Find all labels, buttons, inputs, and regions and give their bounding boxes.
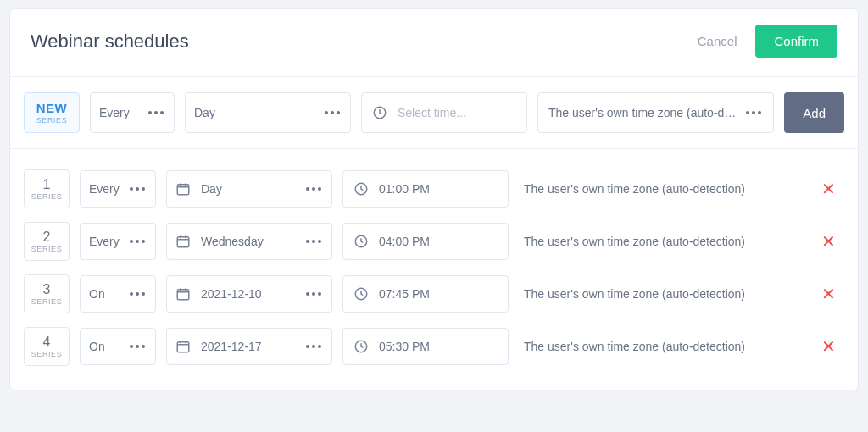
day-value: Day	[201, 182, 222, 196]
webinar-schedules-panel: Webinar schedules Cancel Confirm NEW SER…	[9, 8, 859, 390]
new-series-badge-top: NEW	[36, 101, 68, 115]
svg-rect-5	[177, 290, 189, 300]
timezone-value: The user's own time zone (auto-d…	[548, 106, 736, 119]
confirm-button[interactable]: Confirm	[755, 25, 837, 58]
series-index: 3	[43, 282, 51, 297]
series-list: 1 SERIES Every Day	[10, 149, 858, 390]
time-input[interactable]: Select time...	[361, 92, 527, 133]
svg-rect-1	[177, 185, 189, 195]
frequency-select[interactable]: Every	[90, 92, 175, 133]
frequency-value: Every	[89, 235, 120, 248]
new-series-builder: NEW SERIES Every Day Select time...	[10, 77, 858, 149]
series-index: 1	[43, 177, 51, 192]
more-icon	[304, 184, 323, 194]
panel-header: Webinar schedules Cancel Confirm	[10, 9, 858, 77]
more-icon	[304, 289, 323, 299]
new-series-badge-bottom: SERIES	[36, 116, 68, 125]
timezone-select[interactable]: The user's own time zone (auto-d…	[537, 92, 774, 133]
time-value: 05:30 PM	[379, 340, 430, 353]
more-icon	[128, 289, 147, 299]
clock-icon	[372, 105, 387, 120]
day-value: 2021-12-17	[201, 340, 262, 353]
clock-icon	[353, 234, 369, 249]
clock-icon	[353, 339, 369, 354]
time-input[interactable]: 04:00 PM	[342, 223, 509, 260]
svg-rect-7	[177, 342, 189, 352]
series-index-chip: 4 SERIES	[24, 327, 70, 366]
more-icon	[304, 236, 323, 246]
series-index-label: SERIES	[31, 350, 63, 358]
day-select[interactable]: Wednesday	[166, 223, 332, 260]
more-icon	[147, 108, 165, 118]
more-icon	[128, 184, 147, 194]
frequency-value: Every	[89, 182, 120, 196]
time-value: 07:45 PM	[379, 287, 430, 301]
calendar-icon	[175, 181, 191, 197]
series-index-label: SERIES	[31, 192, 63, 201]
close-icon: ✕	[821, 232, 836, 251]
svg-rect-3	[177, 237, 189, 247]
more-icon	[304, 341, 323, 352]
time-value: 04:00 PM	[379, 235, 430, 248]
frequency-select[interactable]: Every	[80, 223, 156, 260]
day-value: Day	[194, 106, 215, 119]
series-row: 3 SERIES On 2021-12-10	[24, 268, 844, 320]
close-icon: ✕	[821, 285, 836, 303]
time-input[interactable]: 05:30 PM	[342, 328, 509, 365]
page-title: Webinar schedules	[31, 30, 698, 53]
frequency-select[interactable]: On	[80, 328, 156, 365]
clock-icon	[353, 286, 369, 302]
more-icon	[323, 108, 342, 118]
timezone-text: The user's own time zone (auto-detection…	[519, 181, 804, 197]
close-icon: ✕	[821, 337, 836, 356]
series-index-chip: 1 SERIES	[24, 169, 70, 208]
day-select[interactable]: Day	[185, 92, 351, 133]
series-index-label: SERIES	[31, 245, 63, 253]
new-series-badge: NEW SERIES	[24, 92, 80, 133]
series-row: 2 SERIES Every Wednesday	[24, 215, 844, 268]
close-icon: ✕	[821, 180, 836, 198]
timezone-text: The user's own time zone (auto-detection…	[519, 339, 804, 355]
day-select[interactable]: Day	[166, 170, 332, 208]
frequency-select[interactable]: On	[80, 275, 156, 313]
cancel-button[interactable]: Cancel	[698, 34, 737, 48]
series-index: 4	[43, 335, 51, 350]
add-button[interactable]: Add	[784, 92, 844, 133]
delete-button[interactable]: ✕	[815, 228, 843, 255]
delete-button[interactable]: ✕	[815, 280, 843, 307]
timezone-text: The user's own time zone (auto-detection…	[519, 286, 804, 302]
day-select[interactable]: 2021-12-17	[166, 328, 332, 365]
series-row: 1 SERIES Every Day	[24, 163, 844, 215]
frequency-value: On	[89, 287, 105, 301]
delete-button[interactable]: ✕	[815, 333, 843, 360]
more-icon	[128, 341, 147, 352]
delete-button[interactable]: ✕	[815, 175, 843, 202]
time-placeholder: Select time...	[398, 106, 466, 119]
timezone-text: The user's own time zone (auto-detection…	[519, 234, 804, 250]
series-index-chip: 2 SERIES	[24, 222, 70, 261]
series-index-label: SERIES	[31, 297, 63, 306]
more-icon	[128, 236, 147, 246]
calendar-icon	[175, 339, 191, 354]
time-input[interactable]: 07:45 PM	[342, 275, 509, 313]
more-icon	[744, 108, 763, 118]
day-select[interactable]: 2021-12-10	[166, 275, 332, 313]
time-input[interactable]: 01:00 PM	[342, 170, 509, 208]
clock-icon	[353, 181, 369, 197]
frequency-value: Every	[99, 106, 130, 119]
day-value: 2021-12-10	[201, 287, 262, 301]
frequency-value: On	[89, 340, 105, 353]
day-value: Wednesday	[201, 235, 264, 248]
series-index: 2	[43, 230, 51, 245]
series-index-chip: 3 SERIES	[24, 274, 70, 313]
calendar-icon	[175, 234, 191, 249]
frequency-select[interactable]: Every	[80, 170, 156, 208]
series-row: 4 SERIES On 2021-12-17	[24, 320, 844, 373]
time-value: 01:00 PM	[379, 182, 430, 196]
calendar-icon	[175, 286, 191, 302]
